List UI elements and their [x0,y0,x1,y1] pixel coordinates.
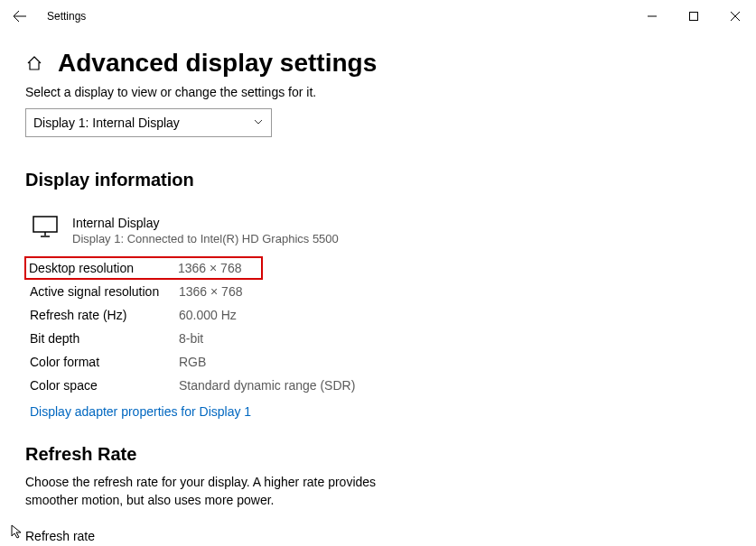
page-subtitle: Select a display to view or change the s… [25,85,731,99]
close-button[interactable] [714,2,756,31]
info-row-desktop-resolution: Desktop resolution 1366 × 768 [24,256,263,280]
home-icon[interactable] [25,54,43,72]
info-label: Desktop resolution [29,261,178,275]
svg-rect-1 [690,13,698,21]
display-connection: Display 1: Connected to Intel(R) HD Grap… [72,232,339,245]
info-row-active-signal: Active signal resolution 1366 × 768 [25,280,731,303]
window-controls [631,2,756,31]
cursor-icon [11,524,25,541]
info-row-color-format: Color format RGB [25,350,731,374]
page-title: Advanced display settings [58,49,377,78]
svg-rect-4 [33,217,57,232]
info-label: Color format [30,355,179,369]
content-area: Advanced display settings Select a displ… [0,32,756,546]
info-label: Bit depth [30,331,179,346]
info-label: Active signal resolution [30,284,179,299]
page-header: Advanced display settings [25,49,731,78]
display-summary: Internal Display Display 1: Connected to… [33,216,731,245]
display-select-value: Display 1: Internal Display [33,116,180,130]
minimize-button[interactable] [631,2,673,31]
info-label: Color space [30,378,179,393]
back-icon[interactable] [11,7,29,25]
titlebar: Settings [0,0,756,32]
info-value: 1366 × 768 [178,261,241,275]
window-title: Settings [47,10,86,23]
refresh-description: Choose the refresh rate for your display… [25,474,423,509]
display-info-table: Desktop resolution 1366 × 768 Active sig… [25,256,731,397]
section-refresh-title: Refresh Rate [25,444,731,465]
info-label: Refresh rate (Hz) [30,308,179,322]
display-select[interactable]: Display 1: Internal Display [25,108,272,137]
info-value: 1366 × 768 [179,284,242,299]
info-value: 8-bit [179,331,203,346]
info-row-bit-depth: Bit depth 8-bit [25,327,731,350]
info-value: RGB [179,355,206,369]
info-value: Standard dynamic range (SDR) [179,378,355,393]
info-row-color-space: Color space Standard dynamic range (SDR) [25,374,731,397]
info-row-refresh-rate: Refresh rate (Hz) 60.000 Hz [25,303,731,327]
info-value: 60.000 Hz [179,308,237,322]
section-display-info-title: Display information [25,170,731,190]
chevron-down-icon [253,116,264,130]
display-adapter-link[interactable]: Display adapter properties for Display 1 [30,404,731,419]
display-name: Internal Display [72,216,339,230]
monitor-icon [33,216,58,237]
maximize-button[interactable] [673,2,714,31]
refresh-rate-label: Refresh rate [25,529,731,543]
